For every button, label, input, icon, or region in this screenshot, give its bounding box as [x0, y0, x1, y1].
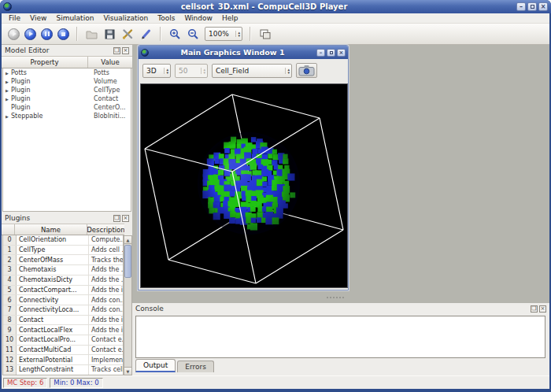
value-label: Contact	[94, 95, 131, 102]
plugins-scrollbar[interactable]: ▲ ▼	[124, 235, 132, 375]
plugin-description: Implemen...	[89, 355, 123, 364]
menu-item[interactable]: View	[25, 14, 51, 22]
plugin-row[interactable]: 13 LengthConstraint Tracks cell...	[3, 365, 123, 375]
expand-icon[interactable]: ▶	[3, 88, 11, 93]
screenshot-icon[interactable]	[258, 28, 272, 41]
field-select[interactable]: Cell_Field ▴▾	[212, 64, 292, 78]
plugin-row[interactable]: 3 Chemotaxis Adds the ...	[3, 265, 123, 276]
viewport-3d-canvas[interactable]	[141, 84, 347, 287]
plugin-description: Adds the ...	[89, 265, 123, 275]
scroll-down-icon[interactable]: ▼	[124, 367, 131, 375]
pause-button[interactable]	[41, 28, 53, 40]
property-label: Potts	[11, 69, 94, 76]
zoom-out-icon[interactable]	[187, 28, 200, 41]
model-tree-row[interactable]: ▶ Plugin Volume	[3, 77, 131, 86]
graphics-window-titlebar[interactable]: Main Graphics Window 1 – ×	[139, 46, 348, 59]
model-tree-row[interactable]: ▶ Potts Potts	[3, 68, 131, 77]
column-header-property[interactable]: Property	[2, 57, 88, 68]
column-header-description[interactable]: Description	[87, 224, 124, 235]
edit-pencil-icon[interactable]	[139, 28, 153, 41]
menu-item[interactable]: File	[4, 14, 25, 22]
expand-icon[interactable]: ▶	[3, 71, 11, 76]
plugin-row[interactable]: 9 ContactLocalFlex Adds the i...	[3, 325, 123, 335]
scrollbar-thumb[interactable]	[124, 245, 131, 278]
plugin-row[interactable]: 5 ContactCompart... Adds the i...	[3, 286, 123, 296]
float-panel-icon[interactable]: ❏	[113, 215, 120, 222]
spin-arrows-icon: ▴▾	[201, 68, 207, 74]
model-tree-row[interactable]: ▶ Steppable BlobIniti...	[3, 112, 131, 120]
plugin-row[interactable]: 11 ContactMultiCad Contact e...	[3, 346, 123, 356]
model-editor-header: Property Value	[2, 56, 132, 68]
slice-spinbox[interactable]: 50 ▴▾	[175, 64, 208, 78]
app-icon	[3, 2, 12, 11]
camera-icon	[298, 65, 315, 76]
model-tree-row[interactable]: ▶ Plugin CellType	[3, 86, 131, 94]
property-label: Steppable	[11, 113, 94, 120]
value-label: Potts	[94, 69, 131, 76]
model-tree-row[interactable]: ▶ Plugin Contact	[3, 94, 131, 103]
float-panel-icon[interactable]: ❏	[113, 47, 120, 54]
close-panel-icon[interactable]: ×	[539, 305, 546, 312]
plugin-row[interactable]: 6 Connectivity Adds con...	[3, 295, 123, 305]
zoom-level-select[interactable]: 100% ▴▾	[205, 27, 242, 41]
plugin-row[interactable]: 2 CenterOfMass Tracks the...	[3, 255, 123, 265]
open-file-icon[interactable]	[85, 28, 98, 41]
step-button[interactable]	[24, 28, 36, 40]
plugin-name: CellOrientation	[17, 235, 89, 245]
snapshot-button[interactable]	[296, 63, 317, 78]
expand-icon[interactable]: ▶	[3, 80, 11, 84]
plugin-index: 3	[3, 265, 17, 275]
value-label: Volume	[94, 78, 131, 85]
plugin-row[interactable]: 7 ConnectivityLoca... Adds con...	[3, 305, 123, 316]
plugin-name: ContactMultiCad	[17, 346, 89, 355]
property-label: Plugin	[11, 95, 94, 102]
projection-select[interactable]: 3D ▴▾	[142, 64, 171, 78]
menu-item[interactable]: Window	[179, 14, 217, 22]
plugin-row[interactable]: 10 ContactLocalPro... Contact e...	[3, 335, 123, 346]
plugin-row[interactable]: 1 CellType Adds cell ...	[3, 246, 123, 256]
plugin-description: Compute...	[89, 235, 123, 245]
play-button[interactable]	[8, 28, 20, 40]
maximize-button[interactable]	[327, 49, 335, 57]
column-header-value[interactable]: Value	[88, 57, 132, 68]
expand-icon[interactable]: ▶	[3, 97, 11, 102]
scroll-up-icon[interactable]: ▲	[124, 236, 131, 244]
float-panel-icon[interactable]: ❏	[531, 305, 538, 312]
maximize-button[interactable]	[527, 2, 537, 11]
minimize-button[interactable]: –	[316, 49, 325, 57]
plugin-name: CellType	[17, 246, 89, 255]
property-label: Plugin	[11, 104, 94, 111]
column-header-index[interactable]	[2, 224, 15, 235]
toolbar-separator	[160, 27, 161, 41]
menu-item[interactable]: Help	[217, 14, 243, 22]
minimize-button[interactable]: –	[516, 2, 526, 11]
menu-item[interactable]: Visualization	[98, 14, 153, 22]
menu-item[interactable]: Tools	[153, 14, 179, 22]
tools-icon[interactable]	[121, 28, 135, 41]
close-panel-icon[interactable]: ×	[122, 47, 129, 54]
stop-button[interactable]	[57, 28, 69, 40]
zoom-in-icon[interactable]	[168, 28, 182, 41]
plugin-index: 5	[3, 286, 17, 295]
plugin-row[interactable]: 12 ExternalPotential Implemen...	[3, 355, 123, 365]
close-button[interactable]: ×	[538, 2, 548, 11]
mdi-area: Main Graphics Window 1 – × 3D ▴▾ 50 ▴▾	[132, 45, 549, 303]
splitter-handle[interactable]	[320, 295, 351, 300]
plugin-name: ConnectivityLoca...	[17, 305, 89, 315]
tab-errors[interactable]: Errors	[177, 361, 214, 372]
console-output-area[interactable]	[135, 316, 545, 358]
menu-item[interactable]: Simulation	[51, 14, 98, 22]
close-panel-icon[interactable]: ×	[122, 215, 129, 222]
close-button[interactable]: ×	[337, 49, 346, 57]
plugin-description: Adds con...	[89, 305, 123, 315]
column-header-name[interactable]: Name	[15, 224, 87, 235]
expand-icon[interactable]: ▶	[3, 114, 11, 119]
tab-output[interactable]: Output	[135, 359, 176, 372]
plugin-row[interactable]: 0 CellOrientation Compute...	[3, 235, 123, 246]
model-tree-row[interactable]: ▶ Plugin CenterO...	[3, 103, 131, 112]
plugin-name: Contact	[17, 316, 89, 325]
plugin-name: ContactLocalPro...	[17, 335, 89, 345]
plugin-row[interactable]: 8 Contact Adds the i...	[3, 316, 123, 326]
plugin-row[interactable]: 4 ChemotaxisDicty Adds the ...	[3, 276, 123, 286]
save-icon[interactable]	[103, 28, 116, 41]
